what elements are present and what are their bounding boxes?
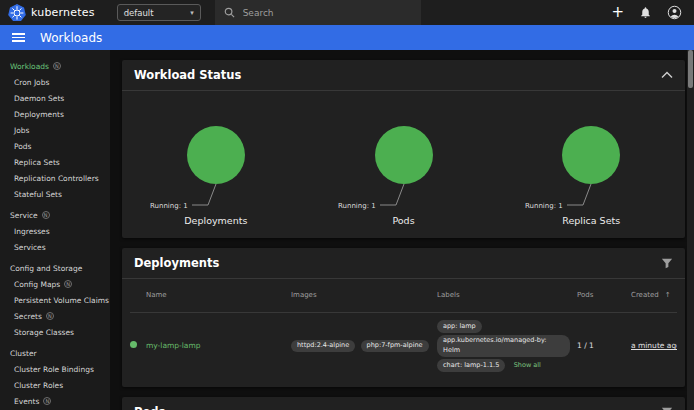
search-bar[interactable] xyxy=(215,0,421,25)
filter-icon[interactable] xyxy=(661,257,673,269)
pods-title: Pods xyxy=(134,405,165,410)
workload-status-card: Workload Status Running: 1 Deployments xyxy=(122,60,685,238)
create-resource-button[interactable]: + xyxy=(611,5,624,20)
sidebar-item-replication-controllers[interactable]: Replication Controllers xyxy=(0,170,110,186)
sidebar-item-cron-jobs[interactable]: Cron Jobs xyxy=(0,74,110,90)
sidebar-item-label: Workloads xyxy=(10,62,49,71)
chart-legend: Running: 1 xyxy=(338,202,376,210)
sidebar-item-service[interactable]: Service N xyxy=(0,207,110,223)
sidebar-item-label: Storage Classes xyxy=(14,328,74,337)
chart-legend: Running: 1 xyxy=(150,202,188,210)
deployments-table-header: Name Images Labels Pods Created ↑ xyxy=(130,279,677,313)
sidebar-section-cluster: Cluster xyxy=(0,345,110,361)
sidebar-item-pods[interactable]: Pods xyxy=(0,138,110,154)
sidebar-item-label: Jobs xyxy=(14,126,29,135)
legend-callout-line xyxy=(192,184,216,205)
workload-status-title: Workload Status xyxy=(134,68,241,82)
sidebar-item-label: Replication Controllers xyxy=(14,174,99,183)
topbar-actions: + xyxy=(611,5,686,20)
column-header-created[interactable]: Created ↑ xyxy=(631,279,679,312)
sidebar-item-daemon-sets[interactable]: Daemon Sets xyxy=(0,90,110,106)
sidebar-item-label: Persistent Volume Claims xyxy=(14,296,109,305)
sidebar-item-config-maps[interactable]: Config Maps N xyxy=(0,276,110,292)
created-timestamp[interactable]: a minute ago xyxy=(631,340,677,351)
page-title: Workloads xyxy=(40,31,102,45)
legend-callout-line xyxy=(380,184,404,205)
legend-callout-line xyxy=(567,184,591,205)
namespaced-badge-icon: N xyxy=(46,312,54,320)
sidebar-section-label: Config and Storage xyxy=(10,264,82,273)
sidebar-item-jobs[interactable]: Jobs xyxy=(0,122,110,138)
top-bar: kubernetes default ▾ + xyxy=(0,0,694,25)
sidebar-item-ingresses[interactable]: Ingresses xyxy=(0,223,110,239)
sidebar-item-secrets[interactable]: Secrets N xyxy=(0,308,110,324)
status-running-icon xyxy=(130,341,137,348)
sidebar-item-label: Pods xyxy=(14,142,32,151)
column-header-name[interactable]: Name xyxy=(146,285,291,306)
pods-card: Pods Name Images Labels Node Status Rest… xyxy=(122,397,685,410)
search-input[interactable] xyxy=(243,8,393,18)
sidebar-item-label: Config Maps xyxy=(14,280,60,289)
show-all-link[interactable]: Show all xyxy=(514,361,541,369)
label-chip: app: lamp xyxy=(437,320,482,333)
chart-label: Pods xyxy=(392,215,414,226)
chart-label: Replica Sets xyxy=(562,215,620,226)
sidebar-item-workloads[interactable]: Workloads N xyxy=(0,58,110,74)
chevron-down-icon: ▾ xyxy=(190,9,194,17)
sidebar-item-cluster-roles[interactable]: Cluster Roles xyxy=(0,377,110,393)
sidebar-item-label: Stateful Sets xyxy=(14,190,62,199)
sidebar-item-cluster-role-bindings[interactable]: Cluster Role Bindings xyxy=(0,361,110,377)
deployments-card: Deployments Name Images Labels Pods Crea… xyxy=(122,248,685,387)
sidebar-item-label: Ingresses xyxy=(14,227,50,236)
namespaced-badge-icon: N xyxy=(42,211,50,219)
sidebar-section-label: Cluster xyxy=(10,349,37,358)
table-row[interactable]: my-lamp-lamp httpd:2.4-alpine php:7-fpm-… xyxy=(130,313,677,379)
scrollbar-track[interactable] xyxy=(687,50,694,410)
user-account-icon[interactable] xyxy=(667,5,682,20)
sidebar-item-storage-classes[interactable]: Storage Classes xyxy=(0,324,110,340)
namespaced-badge-icon: N xyxy=(53,62,61,70)
column-header-images[interactable]: Images xyxy=(291,285,437,306)
sidebar-item-deployments[interactable]: Deployments xyxy=(0,106,110,122)
menu-hamburger-icon[interactable] xyxy=(10,29,27,46)
status-cell xyxy=(130,340,146,351)
sidebar-item-stateful-sets[interactable]: Stateful Sets xyxy=(0,186,110,202)
search-icon xyxy=(224,7,235,18)
kubernetes-logo[interactable]: kubernetes xyxy=(8,4,95,22)
sidebar-item-label: Services xyxy=(14,243,46,252)
chart-label: Deployments xyxy=(184,215,247,226)
running-pie-slice xyxy=(562,126,620,184)
namespaced-badge-icon: N xyxy=(43,397,51,405)
notifications-bell-icon[interactable] xyxy=(639,6,652,19)
filter-icon[interactable] xyxy=(661,406,673,410)
sidebar-section-config-and-storage: Config and Storage xyxy=(0,260,110,276)
image-chip: php:7-fpm-alpine xyxy=(361,340,429,353)
label-chip: app.kubernetes.io/managed-by: Helm xyxy=(437,335,570,358)
column-header-pods[interactable]: Pods xyxy=(577,285,631,306)
sidebar-item-label: Secrets xyxy=(14,312,42,321)
images-cell: httpd:2.4-alpine php:7-fpm-alpine xyxy=(291,339,437,354)
column-header-labels[interactable]: Labels xyxy=(437,285,577,306)
spacer xyxy=(130,290,146,302)
sidebar: Workloads N Cron Jobs Daemon Sets Deploy… xyxy=(0,50,110,410)
app-bar: Workloads xyxy=(0,25,694,50)
scrollbar-thumb[interactable] xyxy=(688,50,693,88)
deployment-name-link[interactable]: my-lamp-lamp xyxy=(146,341,201,350)
image-chip: httpd:2.4-alpine xyxy=(291,340,355,353)
column-header-label: Created xyxy=(631,285,663,306)
sidebar-item-persistent-volume-claims[interactable]: Persistent Volume Claims N xyxy=(0,292,110,308)
running-pie-slice xyxy=(375,126,433,184)
sidebar-item-label: Replica Sets xyxy=(14,158,60,167)
sidebar-item-events[interactable]: Events N xyxy=(0,393,110,409)
collapse-chevron-up-icon[interactable] xyxy=(661,71,673,79)
sidebar-item-label: Cluster Role Bindings xyxy=(14,365,94,374)
namespace-selector[interactable]: default ▾ xyxy=(117,4,201,21)
sort-ascending-icon: ↑ xyxy=(665,285,675,306)
workload-status-charts: Running: 1 Deployments Running: 1 Pods xyxy=(122,91,685,238)
sidebar-item-label: Cluster Roles xyxy=(14,381,63,390)
sidebar-item-services[interactable]: Services xyxy=(0,239,110,255)
sidebar-item-label: Events xyxy=(14,397,39,406)
sidebar-item-label: Daemon Sets xyxy=(14,94,64,103)
pods-count: 1 / 1 xyxy=(577,340,631,351)
sidebar-item-replica-sets[interactable]: Replica Sets xyxy=(0,154,110,170)
